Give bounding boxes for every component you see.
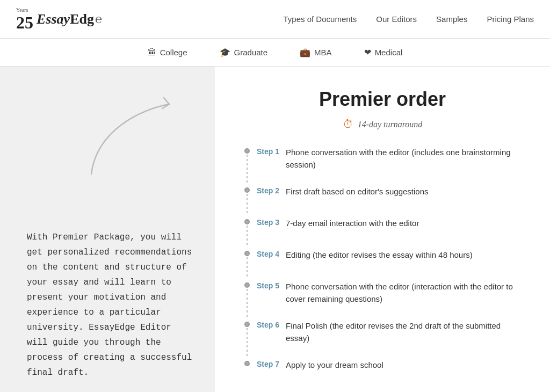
step-description: Editing (the editor revises the essay wi… (286, 248, 523, 268)
subnav-graduate[interactable]: 🎓 Graduate (220, 47, 268, 57)
step-connector-line (247, 226, 248, 246)
step-dot (244, 251, 250, 256)
step-connector-line (247, 289, 248, 317)
step-description: First draft based on editor's suggestion… (286, 185, 523, 205)
header: Years 25 Essay Edg ℮ Types of Documents … (0, 0, 550, 39)
step-label: Step 4 (252, 248, 286, 258)
subnav-college-label: College (160, 48, 187, 57)
subnav-college[interactable]: 🏛 College (148, 48, 187, 57)
step-row: Step 2First draft based on editor's sugg… (242, 185, 523, 214)
subnav-medical[interactable]: ❤ Medical (364, 47, 403, 57)
step-label: Step 2 (252, 185, 286, 195)
logo-number: 25 (16, 14, 33, 31)
main-nav: Types of Documents Our Editors Samples P… (284, 14, 534, 24)
college-icon: 🏛 (148, 48, 156, 57)
step-label: Step 3 (252, 216, 286, 227)
logo: Years 25 Essay Edg ℮ (16, 7, 102, 31)
step-connector-line (247, 328, 248, 356)
step-dot (244, 219, 250, 224)
nav-types-of-documents[interactable]: Types of Documents (284, 14, 357, 24)
turnaround-text: 14-day turnaround (358, 120, 423, 129)
sub-nav: 🏛 College 🎓 Graduate 💼 MBA ❤ Medical (0, 39, 550, 67)
medical-icon: ❤ (364, 47, 371, 57)
nav-our-editors[interactable]: Our Editors (376, 14, 417, 24)
step-label: Step 6 (252, 319, 286, 329)
step-row: Step 7Apply to your dream school (242, 358, 523, 378)
logo-icon: ℮ (95, 12, 102, 26)
logo-edge: Edg (70, 11, 94, 27)
step-dot (244, 322, 250, 327)
timer-icon: ⏱ (343, 118, 353, 130)
subnav-graduate-label: Graduate (234, 48, 268, 57)
step-label: Step 7 (252, 358, 286, 368)
step-connector-line (247, 194, 248, 214)
step-connector-line (247, 155, 248, 183)
subnav-mba-label: MBA (314, 48, 332, 57)
step-description: Phone conversation with the editor (inte… (286, 280, 523, 311)
step-description: Phone conversation with the editor (incl… (286, 146, 523, 177)
steps-container: Step 1Phone conversation with the editor… (242, 146, 523, 378)
left-panel-text: With Premier Package, you will get perso… (27, 230, 193, 380)
nav-samples[interactable]: Samples (436, 14, 467, 24)
step-dot (244, 148, 250, 154)
step-connector-line (247, 257, 248, 278)
step-dot (244, 282, 250, 288)
order-title: Premier order (242, 88, 523, 111)
step-row: Step 1Phone conversation with the editor… (242, 146, 523, 183)
step-row: Step 4Editing (the editor revises the es… (242, 248, 523, 278)
turnaround-row: ⏱ 14-day turnaround (242, 118, 523, 130)
curved-arrow-icon (75, 88, 183, 185)
step-label: Step 1 (252, 146, 286, 156)
step-description: 7-day email interaction with the editor (286, 216, 523, 236)
step-row: Step 37-day email interaction with the e… (242, 216, 523, 246)
right-panel: Premier order ⏱ 14-day turnaround Step 1… (215, 67, 550, 392)
step-dot (244, 187, 250, 193)
step-description: Apply to your dream school (286, 358, 523, 378)
step-dot (244, 361, 250, 366)
logo-essay: Essay (37, 11, 70, 27)
mba-icon: 💼 (300, 47, 310, 57)
subnav-medical-label: Medical (375, 48, 403, 57)
main-content: With Premier Package, you will get perso… (0, 67, 550, 392)
subnav-mba[interactable]: 💼 MBA (300, 47, 332, 57)
left-panel: With Premier Package, you will get perso… (0, 67, 215, 392)
step-label: Step 5 (252, 280, 286, 290)
logo-years: Years (16, 7, 28, 13)
graduate-icon: 🎓 (220, 47, 230, 57)
step-description: Final Polish (the editor revises the 2nd… (286, 319, 523, 351)
arrow-container (75, 88, 183, 185)
step-row: Step 6Final Polish (the editor revises t… (242, 319, 523, 356)
nav-pricing-plans[interactable]: Pricing Plans (487, 14, 534, 24)
step-row: Step 5Phone conversation with the editor… (242, 280, 523, 317)
